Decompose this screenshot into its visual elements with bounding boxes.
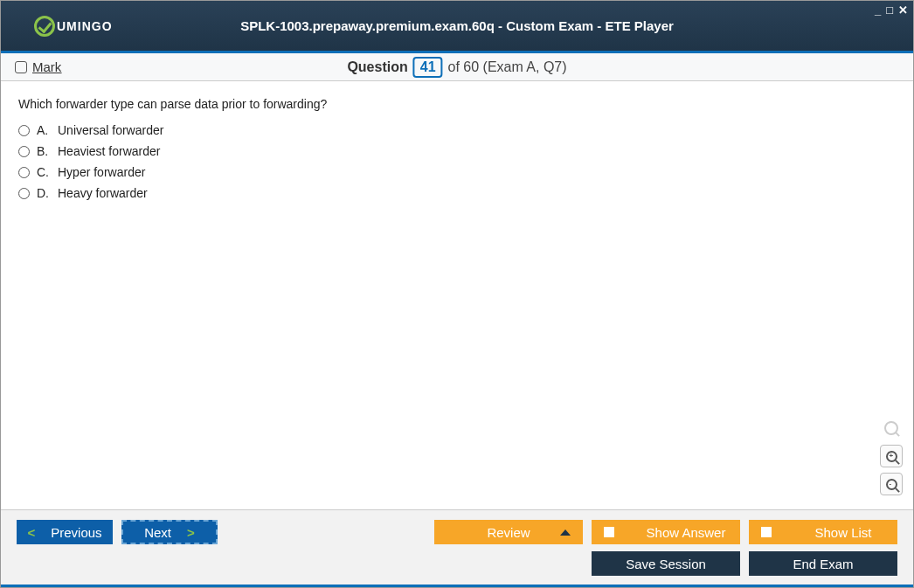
- mark-label: Mark: [32, 59, 61, 74]
- save-session-label: Save Session: [626, 557, 706, 571]
- checkbox-icon: [15, 61, 27, 73]
- previous-label: Previous: [51, 525, 101, 540]
- question-number: 41: [413, 57, 443, 78]
- mark-checkbox[interactable]: Mark: [15, 59, 61, 74]
- radio-icon: [18, 146, 30, 157]
- content-area: Which forwarder type can parse data prio…: [1, 81, 913, 509]
- option-letter: C.: [37, 165, 51, 179]
- question-bar: Mark Question 41 of 60 (Exam A, Q7): [1, 53, 913, 81]
- option-d[interactable]: D. Heavy forwarder: [18, 186, 896, 200]
- chevron-right-icon: >: [187, 525, 195, 540]
- zoom-out-button[interactable]: -: [880, 473, 903, 495]
- option-text: Heaviest forwarder: [58, 144, 161, 158]
- maximize-button[interactable]: □: [886, 3, 893, 17]
- option-text: Heavy forwarder: [58, 186, 148, 200]
- search-button[interactable]: [880, 417, 903, 439]
- zoom-in-icon: +: [886, 451, 897, 462]
- show-answer-button[interactable]: Show Answer: [592, 520, 740, 544]
- radio-icon: [18, 167, 30, 178]
- option-letter: B.: [37, 144, 51, 158]
- option-letter: D.: [37, 186, 51, 200]
- close-button[interactable]: ✕: [898, 3, 908, 17]
- next-label: Next: [144, 525, 171, 540]
- show-list-label: Show List: [789, 525, 897, 540]
- option-c[interactable]: C. Hyper forwarder: [18, 165, 896, 179]
- zoom-in-button[interactable]: +: [880, 445, 903, 467]
- logo: UMINGO: [34, 16, 113, 37]
- next-button[interactable]: Next >: [121, 520, 218, 544]
- option-a[interactable]: A. Universal forwarder: [18, 123, 896, 137]
- question-of-text: of 60 (Exam A, Q7): [448, 59, 567, 75]
- radio-icon: [18, 188, 30, 199]
- search-icon: [884, 421, 898, 435]
- logo-check-icon: [34, 16, 55, 37]
- app-title: SPLK-1003.prepaway.premium.exam.60q - Cu…: [240, 18, 674, 33]
- square-icon: [604, 527, 614, 537]
- show-answer-label: Show Answer: [632, 525, 740, 540]
- option-letter: A.: [37, 123, 51, 137]
- options-list: A. Universal forwarder B. Heaviest forwa…: [18, 123, 896, 200]
- option-text: Hyper forwarder: [58, 165, 145, 179]
- footer: < Previous Next > Review Show Answer Sho…: [1, 509, 913, 588]
- review-button[interactable]: Review: [434, 520, 583, 544]
- review-label: Review: [487, 525, 530, 540]
- window-controls: _ □ ✕: [875, 3, 908, 17]
- zoom-out-icon: -: [886, 479, 897, 490]
- triangle-up-icon: [560, 529, 571, 536]
- option-text: Universal forwarder: [58, 123, 163, 137]
- question-indicator: Question 41 of 60 (Exam A, Q7): [347, 57, 566, 78]
- zoom-controls: + -: [880, 417, 903, 495]
- question-text: Which forwarder type can parse data prio…: [18, 97, 896, 111]
- option-b[interactable]: B. Heaviest forwarder: [18, 144, 896, 158]
- question-word: Question: [347, 59, 407, 75]
- save-session-button[interactable]: Save Session: [592, 551, 740, 576]
- title-bar: UMINGO SPLK-1003.prepaway.premium.exam.6…: [1, 1, 913, 53]
- end-exam-label: End Exam: [793, 557, 853, 571]
- show-list-button[interactable]: Show List: [749, 520, 897, 544]
- end-exam-button[interactable]: End Exam: [749, 551, 897, 576]
- chevron-left-icon: <: [27, 525, 35, 540]
- previous-button[interactable]: < Previous: [17, 520, 113, 544]
- square-icon: [761, 527, 772, 537]
- minimize-button[interactable]: _: [875, 3, 881, 17]
- logo-text: UMINGO: [57, 19, 113, 33]
- radio-icon: [18, 125, 30, 136]
- footer-border: [1, 585, 913, 587]
